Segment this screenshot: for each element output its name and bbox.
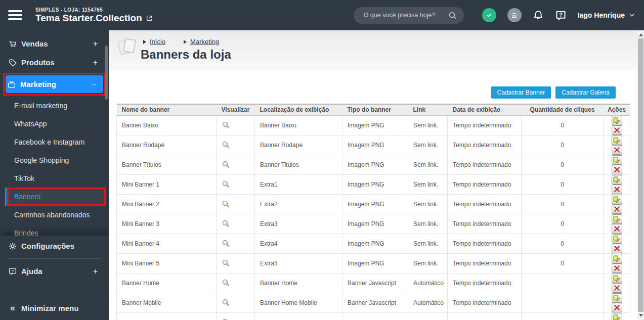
delete-button[interactable]: [612, 224, 622, 234]
edit-button[interactable]: [612, 214, 622, 224]
table-row: Mini Banner 2 Extra2 Imagem PNG Sem link…: [117, 194, 630, 214]
sidebar-subitem[interactable]: E-mail marketing: [0, 97, 109, 115]
preview-magnifier-icon[interactable]: [222, 180, 230, 189]
cell-banner-name: Banner Mobile: [117, 293, 217, 312]
expand-plus-icon[interactable]: +: [93, 39, 98, 49]
preview-magnifier-icon[interactable]: [222, 160, 230, 169]
delete-button[interactable]: [612, 263, 622, 273]
brand-block: SIMPLES - LOJA: 1154765 Tema Starter.Col…: [35, 7, 153, 24]
delete-button[interactable]: [612, 185, 622, 194]
sidebar-item-configuracoes[interactable]: Configurações: [0, 237, 109, 255]
breadcrumb-item-marketing[interactable]: Marketing: [184, 38, 219, 45]
cell-display-location: Banner Home: [255, 273, 342, 293]
bank-icon[interactable]: [507, 8, 522, 22]
sidebar-subitem[interactable]: TikTok: [0, 169, 109, 188]
preview-magnifier-icon[interactable]: [222, 298, 230, 307]
external-link-icon[interactable]: [146, 15, 153, 22]
preview-magnifier-icon[interactable]: [222, 219, 230, 228]
register-gallery-button[interactable]: Cadastrar Galeria: [555, 86, 616, 99]
delete-button[interactable]: [612, 165, 622, 174]
edit-button[interactable]: [612, 313, 622, 320]
edit-note-icon: [613, 176, 620, 183]
preview-magnifier-icon[interactable]: [222, 239, 230, 248]
edit-button[interactable]: [612, 135, 622, 145]
sidebar-subitem[interactable]: WhatsApp: [0, 115, 109, 133]
status-check-icon[interactable]: [482, 8, 496, 22]
cell-display-date: Tempo indeterminado: [448, 293, 522, 312]
cell-link: Automático: [408, 273, 448, 293]
sidebar-subitem[interactable]: Facebook e Instagram: [0, 133, 109, 151]
sidebar-subitem[interactable]: Carrinhos abandonados: [0, 206, 109, 224]
notifications-bell-icon[interactable]: [533, 10, 544, 21]
sidebar-scrollbar-thumb[interactable]: [105, 45, 108, 100]
sidebar-minimize-menu[interactable]: « Minimizar menu: [0, 296, 109, 320]
edit-button[interactable]: [612, 155, 622, 165]
edit-button[interactable]: [612, 175, 622, 185]
delete-button[interactable]: [612, 283, 622, 293]
register-banner-button[interactable]: Cadastrar Banner: [491, 86, 551, 99]
edit-note-icon: [613, 295, 620, 301]
active-indicator-bar: [5, 188, 7, 206]
edit-button[interactable]: [612, 293, 622, 303]
preview-magnifier-icon[interactable]: [222, 279, 230, 287]
hamburger-menu-icon[interactable]: [8, 8, 22, 23]
search-input[interactable]: [364, 12, 448, 19]
edit-note-icon: [613, 157, 620, 163]
help-icon[interactable]: ?: [555, 10, 567, 21]
scroll-down-arrow-icon[interactable]: [639, 314, 643, 317]
delete-button[interactable]: [612, 244, 622, 253]
cell-clicks-count: 0: [522, 234, 604, 253]
breadcrumb-item-inicio[interactable]: Início: [143, 38, 165, 45]
delete-button[interactable]: [612, 125, 622, 135]
delete-x-icon: [614, 245, 620, 252]
sidebar-divider: [7, 258, 102, 259]
delete-button[interactable]: [612, 204, 622, 214]
breadcrumb-arrow-icon: [143, 40, 146, 44]
preview-magnifier-icon[interactable]: [222, 200, 230, 208]
cell-view: [217, 234, 255, 253]
cell-display-date: Tempo indeterminado: [448, 214, 522, 234]
preview-magnifier-icon[interactable]: [222, 318, 230, 320]
cell-display-location: Extra5: [255, 253, 342, 273]
preview-magnifier-icon[interactable]: [222, 259, 230, 267]
breadcrumb-link[interactable]: Marketing: [190, 38, 219, 45]
sidebar-subitem[interactable]: Google Shopping: [0, 151, 109, 169]
sidebar-subitem-selected: Banners: [0, 188, 109, 206]
sidebar-item-label: Ajuda: [21, 267, 42, 276]
preview-magnifier-icon[interactable]: [222, 141, 230, 149]
sidebar-item-vendas[interactable]: Vendas +: [0, 34, 109, 53]
delete-button[interactable]: [612, 303, 622, 312]
sidebar-item-marketing[interactable]: Marketing −: [6, 75, 103, 93]
column-header: Data de exibição: [448, 104, 522, 115]
edit-button[interactable]: [612, 195, 622, 204]
sidebar-item-ajuda[interactable]: ? Ajuda +: [0, 262, 109, 281]
delete-button[interactable]: [612, 145, 622, 155]
cell-banner-name: Carrossel de marcas - Extra 6: [117, 312, 217, 320]
sidebar-item-produtos[interactable]: Produtos +: [0, 53, 109, 72]
expand-plus-icon[interactable]: +: [93, 267, 98, 276]
scroll-up-arrow-icon[interactable]: [639, 33, 643, 36]
cell-clicks-count: [522, 312, 604, 320]
column-header: Quantidade de cliques: [522, 104, 604, 115]
edit-button[interactable]: [612, 116, 622, 125]
cell-link: Sem link.: [408, 214, 448, 234]
preview-magnifier-icon[interactable]: [222, 121, 230, 129]
search-icon[interactable]: [448, 11, 457, 20]
edit-button[interactable]: [612, 234, 622, 244]
table-row: Banner Home Banner Home Banner Javascrip…: [117, 273, 630, 293]
collapse-minus-icon[interactable]: −: [92, 80, 96, 89]
edit-button[interactable]: [612, 254, 622, 263]
breadcrumb-link[interactable]: Início: [150, 38, 165, 45]
sidebar-subitem[interactable]: Banners: [9, 189, 104, 204]
expand-plus-icon[interactable]: +: [93, 58, 98, 67]
cell-display-date: Tempo indeterminado: [448, 174, 522, 194]
edit-button[interactable]: [612, 273, 622, 283]
user-menu[interactable]: Iago Henrique: [578, 11, 635, 19]
cell-actions: [604, 135, 630, 155]
cell-banner-name: Banner Títulos: [117, 155, 217, 174]
column-header: Ações: [604, 104, 630, 115]
page-scrollbar-thumb[interactable]: [638, 38, 643, 312]
cell-display-location: Extra4: [255, 234, 342, 253]
cell-banner-name: Banner Rodapé: [117, 135, 217, 155]
banners-table: Nome do bannerVisualizarLocalização de e…: [116, 104, 630, 320]
